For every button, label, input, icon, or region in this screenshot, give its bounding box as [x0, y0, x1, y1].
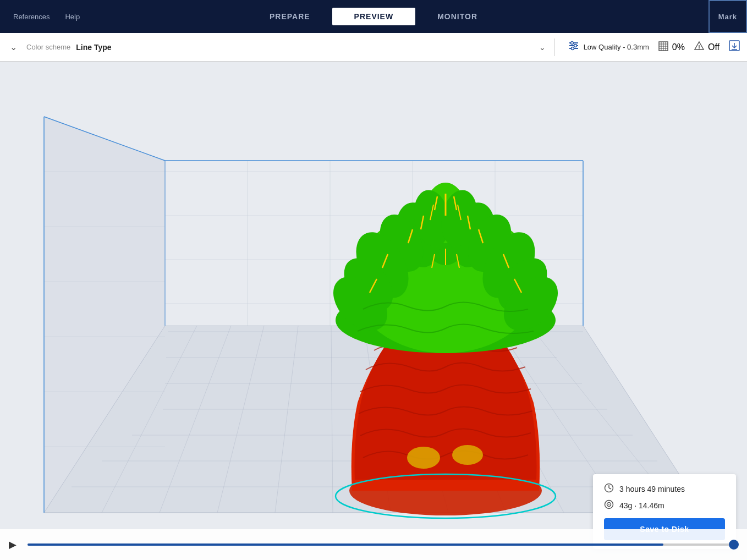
svg-point-104 [608, 504, 609, 505]
svg-point-15 [699, 48, 700, 50]
svg-line-92 [458, 205, 461, 220]
svg-point-69 [371, 207, 432, 278]
svg-point-64 [336, 287, 556, 353]
svg-line-91 [430, 205, 433, 220]
quality-icon [568, 40, 579, 54]
infill-section[interactable]: 0% [658, 41, 685, 54]
svg-line-32 [217, 326, 264, 513]
clock-icon [604, 483, 614, 495]
svg-point-77 [493, 266, 568, 341]
svg-marker-43 [165, 161, 583, 326]
svg-line-35 [364, 326, 391, 513]
toolbar: ⌄ Color scheme Line Type ⌄ Low Quality -… [0, 33, 747, 62]
tab-monitor[interactable]: MONITOR [415, 8, 499, 25]
color-scheme-value: Line Type [76, 43, 111, 52]
svg-point-96 [407, 447, 440, 469]
menu-left: References Help [0, 0, 87, 33]
svg-point-65 [352, 210, 539, 353]
svg-point-4 [574, 45, 576, 47]
svg-line-90 [514, 279, 521, 293]
svg-line-89 [370, 279, 377, 293]
quality-label: Low Quality - 0.3mm [584, 43, 649, 51]
svg-line-88 [503, 254, 509, 268]
support-section[interactable]: Off [694, 41, 719, 54]
svg-line-58 [44, 117, 165, 161]
svg-line-81 [435, 196, 437, 210]
time-info-row: 3 hours 49 minutes [604, 483, 725, 495]
svg-line-37 [430, 326, 506, 513]
svg-point-3 [570, 42, 573, 45]
svg-line-85 [408, 229, 413, 243]
save-to-disk-icon[interactable] [728, 40, 740, 54]
svg-point-75 [488, 249, 557, 320]
svg-point-68 [389, 197, 447, 272]
main-viewport: 3 hours 49 minutes 43g · 14.46m Save to … [0, 62, 747, 560]
svg-line-30 [102, 326, 197, 513]
filament-icon [604, 499, 614, 512]
svg-line-29 [44, 326, 165, 513]
infill-icon [658, 41, 669, 54]
color-scheme-chevron-icon: ⌄ [539, 43, 546, 52]
svg-point-98 [336, 474, 556, 518]
svg-line-36 [398, 326, 448, 513]
play-button[interactable]: ▶ [9, 539, 17, 551]
grid-floor [44, 117, 704, 513]
svg-line-95 [457, 254, 459, 268]
nav-tabs: PREPARE PREVIEW MONITOR [248, 8, 499, 25]
svg-point-71 [459, 207, 520, 278]
svg-point-63 [349, 466, 542, 515]
svg-point-79 [437, 187, 481, 250]
print-time-label: 3 hours 49 minutes [619, 485, 685, 493]
svg-line-34 [331, 326, 333, 513]
color-scheme-label: Color scheme [26, 43, 70, 51]
svg-marker-42 [44, 117, 165, 513]
slider-fill [28, 543, 663, 546]
svg-point-70 [444, 197, 502, 272]
svg-point-66 [421, 188, 470, 265]
svg-line-94 [432, 254, 435, 268]
support-label: Off [708, 42, 719, 52]
svg-point-72 [345, 223, 419, 308]
mark-button-container: Mark [708, 0, 747, 33]
material-label: 43g · 14.46m [619, 501, 664, 510]
toolbar-collapse-chevron[interactable]: ⌄ [7, 41, 20, 54]
svg-point-67 [425, 183, 466, 243]
color-scheme-dropdown[interactable]: Color scheme Line Type ⌄ [24, 43, 546, 52]
svg-line-86 [479, 229, 483, 243]
svg-line-83 [421, 216, 424, 229]
svg-point-74 [472, 223, 546, 308]
svg-line-82 [454, 196, 457, 210]
svg-line-31 [160, 326, 231, 513]
svg-point-97 [452, 445, 483, 465]
svg-line-84 [468, 216, 470, 229]
layer-slider-track[interactable] [28, 543, 734, 546]
menu-item-help[interactable]: Help [57, 13, 87, 21]
top-navigation: References Help PREPARE PREVIEW MONITOR … [0, 0, 747, 33]
svg-line-33 [275, 326, 298, 513]
svg-line-38 [464, 326, 564, 513]
svg-point-76 [323, 266, 398, 341]
quality-section[interactable]: Low Quality - 0.3mm [568, 40, 649, 54]
toolbar-divider-1 [554, 39, 555, 56]
svg-point-5 [571, 47, 574, 50]
toolbar-right-controls: Low Quality - 0.3mm 0% [568, 40, 740, 54]
support-icon [694, 41, 705, 54]
3d-model [323, 183, 568, 518]
material-info-row: 43g · 14.46m [604, 499, 725, 512]
mark-button[interactable]: Mark [708, 0, 747, 33]
slider-thumb[interactable] [729, 540, 739, 550]
infill-percentage-label: 0% [672, 42, 685, 52]
svg-point-73 [334, 249, 403, 320]
svg-line-101 [609, 488, 611, 489]
layer-slider-bar: ▶ [0, 529, 747, 560]
tab-preview[interactable]: PREVIEW [332, 8, 416, 25]
tab-prepare[interactable]: PREPARE [248, 8, 332, 25]
svg-line-87 [382, 254, 388, 268]
menu-item-references[interactable]: References [6, 13, 57, 21]
svg-point-78 [409, 187, 454, 250]
